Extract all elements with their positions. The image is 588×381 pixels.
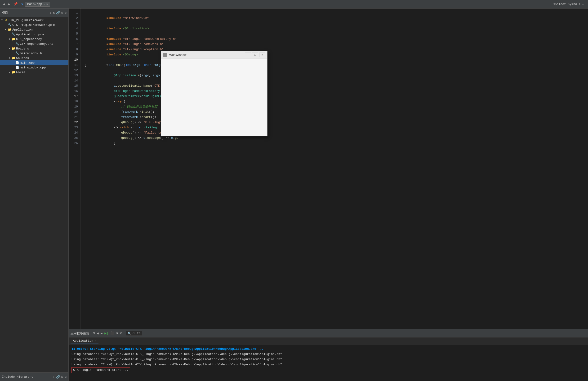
minimize-button[interactable]: ─ — [245, 53, 251, 57]
tree-item-mainwindow-h[interactable]: 🔧 mainwindow.h — [0, 51, 68, 56]
code-token: argv — [153, 74, 160, 77]
bottom-link-icon[interactable]: 🔗 — [56, 375, 60, 379]
tab-arrow-icon[interactable]: ⌄ — [43, 3, 45, 6]
code-token: argc — [133, 63, 140, 67]
ctk-dep-label: CTK_dependency — [16, 37, 42, 41]
code-token: } — [116, 126, 118, 129]
line-num-24: 24 — [69, 130, 80, 135]
sidebar-sort-icon[interactable]: ↕ — [50, 11, 52, 15]
close-button[interactable]: ✕ — [259, 53, 265, 57]
fold-arrow-10[interactable]: ▼ — [106, 64, 108, 66]
editor-tab-main-cpp[interactable]: main.cpp ⌄ ✕ — [25, 2, 50, 7]
code-token: -> — [138, 110, 142, 114]
code-token: () — [132, 136, 136, 140]
line-numbers: 1 2 3 4 5 6 7 8 9 10 11 12 13 14 15 16 1 — [69, 9, 81, 329]
app-pro-label: Application.pro — [16, 33, 44, 36]
sidebar: 项目 ↕ ⇅ 🔗 ⊞ ⊟ ▼ 🗂 CTK_PluginFramework � — [0, 9, 69, 381]
maximize-button[interactable]: □ — [252, 53, 258, 57]
sidebar-filter-icon[interactable]: ⇅ — [53, 11, 55, 15]
tree-item-ctk-dep-pri[interactable]: 🔧 CTK_dependency.pri — [0, 42, 68, 46]
code-token: ctkPluginFrameworkFactory — [114, 89, 160, 93]
code-token: qDebug — [121, 136, 132, 140]
code-token: <QApplication> — [123, 27, 149, 30]
tree-item-headers[interactable]: ▼ 📁 Headers — [0, 46, 68, 51]
symbol-selector[interactable]: <Select Symbol> ⌄ — [551, 2, 586, 7]
code-token: #include — [106, 48, 121, 51]
tree-item-application[interactable]: ▼ 📁 Application — [0, 27, 68, 32]
output-icon-stop[interactable]: ⬛ — [110, 331, 114, 335]
output-toolbar: 应用程序输出 ⊞ ◀ ▶ ▶| ⬛ ⚑ ⚙ 🔍 Filte — [69, 329, 588, 338]
code-token: framework — [121, 110, 138, 114]
code-line-3: #include <QApplication> — [84, 21, 588, 26]
mainwindow-body — [161, 59, 267, 136]
output-icon-run[interactable]: ▶| — [105, 331, 108, 335]
output-tab-application[interactable]: Application ✕ — [71, 338, 99, 344]
output-toolbar-icons: ⊞ ◀ ▶ ▶| ⬛ ⚑ ⚙ — [93, 331, 122, 335]
bottom-collapse-icon[interactable]: ⊟ — [65, 375, 66, 379]
code-editor[interactable]: 1 2 3 4 5 6 7 8 9 10 11 12 13 14 15 16 1 — [69, 9, 588, 329]
floating-mainwindow[interactable]: MainWindow ─ □ ✕ — [161, 51, 268, 136]
code-token: #include — [106, 16, 121, 20]
output-icon-next[interactable]: ▶ — [101, 331, 103, 335]
tree-item-forms[interactable]: ▶ 📁 Forms — [0, 70, 68, 75]
line-num-14: 14 — [69, 78, 80, 83]
line-num-26: 26 — [69, 141, 80, 146]
bottom-expand-icon[interactable]: ⊞ — [61, 375, 63, 379]
code-token: init — [142, 110, 149, 114]
code-content: #include "mainwindow.h" #include <QAppli… — [81, 9, 588, 329]
tab-close-icon[interactable]: ✕ — [46, 3, 48, 6]
output-icon-flag[interactable]: ⚑ — [116, 331, 118, 335]
line-num-8: 8 — [69, 47, 80, 52]
code-token: << — [138, 131, 142, 134]
code-token: a — [138, 74, 140, 77]
line-num-21: 21 — [69, 115, 80, 120]
filter-icon: 🔍 — [127, 332, 131, 335]
sources-folder-icon: 📁 — [11, 56, 16, 60]
sidebar-header: 项目 ↕ ⇅ 🔗 ⊞ ⊟ — [0, 9, 68, 17]
code-token: { — [84, 63, 86, 67]
output-tab-close-icon[interactable]: ✕ — [95, 339, 96, 342]
symbol-selector-label: <Select Symbol> — [553, 2, 581, 6]
main-cpp-label: main.cpp — [20, 61, 35, 65]
code-token: framework — [121, 115, 138, 119]
tree-item-mainwindow-cpp[interactable]: 📄 mainwindow.cpp — [0, 65, 68, 70]
nav-back-icon[interactable]: ◀ — [2, 2, 6, 7]
output-icon-prev[interactable]: ◀ — [97, 331, 99, 335]
ctk-pro-icon: 🔧 — [8, 23, 12, 27]
code-token: ( — [140, 74, 142, 77]
code-token: "ctkPluginFramework.h" — [123, 42, 164, 46]
sidebar-link-icon[interactable]: 🔗 — [56, 11, 60, 15]
line-num-5: 5 — [69, 31, 80, 37]
editor-area: 1 2 3 4 5 6 7 8 9 10 11 12 13 14 15 16 1 — [69, 9, 588, 381]
line-num-17: 17 — [69, 94, 80, 99]
bottom-sort-icon[interactable]: ↕ — [53, 375, 55, 379]
tree-item-app-pro[interactable]: 🔧 Application.pro — [0, 32, 68, 37]
code-token: { — [124, 100, 126, 103]
line-num-12: 12 — [69, 68, 80, 73]
sidebar-expand-icon[interactable]: ⊞ — [61, 11, 63, 15]
output-content: 11:05:40: Starting C:\Qt_Pro\build-CTK_P… — [69, 345, 588, 381]
code-line-4 — [84, 26, 588, 31]
tree-item-main-cpp[interactable]: 📄 main.cpp — [0, 60, 68, 65]
output-icon-layout[interactable]: ⊞ — [93, 331, 95, 335]
line-num-18: 18 — [69, 99, 80, 104]
mainwindow-title: MainWindow — [169, 53, 243, 57]
code-line-18: // 初始化并启动插件框架 — [84, 99, 588, 104]
sidebar-collapse-icon[interactable]: ⊟ — [65, 11, 66, 15]
tree-item-sources[interactable]: ▼ 📁 Sources — [0, 56, 68, 60]
tree-item-ctk-pro[interactable]: 🔧 CTK_PluginFramework.pro — [0, 22, 68, 27]
fold-arrow-22[interactable]: ▼ — [114, 127, 115, 129]
nav-forward-icon[interactable]: ▶ — [7, 2, 11, 7]
line-num-3: 3 — [69, 21, 80, 26]
line-num-20: 20 — [69, 109, 80, 115]
code-token: } — [114, 141, 116, 145]
tree-item-ctk-root[interactable]: ▼ 🗂 CTK_PluginFramework — [0, 18, 68, 22]
code-token: "ctkPluginFrameworkFactory.h" — [123, 37, 177, 41]
output-filter[interactable]: 🔍 Filte — [126, 331, 142, 336]
code-token: ( — [151, 84, 153, 88]
file-pin-icon: 📌 — [13, 2, 19, 7]
fold-arrow-17[interactable]: ▼ — [114, 100, 115, 103]
code-token: e — [144, 136, 145, 140]
tree-item-ctk-dep[interactable]: ▼ 📁 CTK_dependency — [0, 37, 68, 42]
output-icon-settings[interactable]: ⚙ — [120, 331, 122, 335]
